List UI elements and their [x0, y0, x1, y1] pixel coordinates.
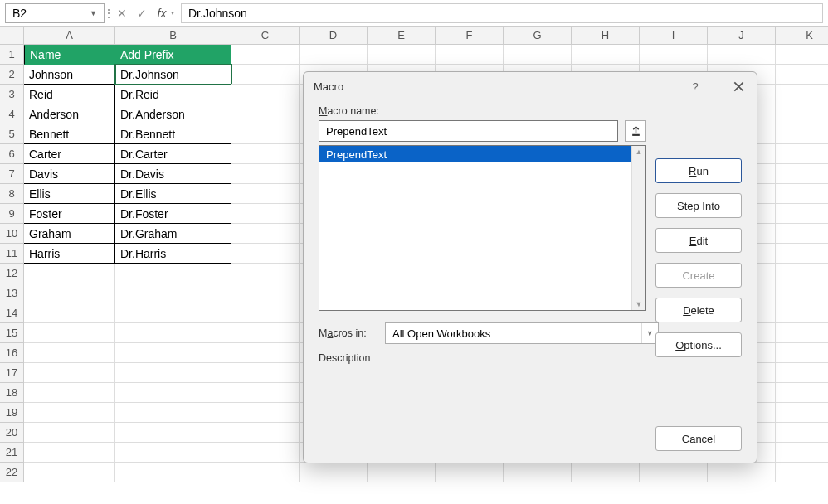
cell[interactable]	[776, 124, 828, 144]
cell[interactable]	[115, 443, 231, 463]
cell[interactable]	[231, 363, 300, 383]
row-header[interactable]: 7	[0, 164, 24, 184]
cell[interactable]	[776, 443, 828, 463]
row-header[interactable]: 2	[0, 65, 24, 85]
cell[interactable]: Dr.Johnson	[115, 65, 231, 85]
cell[interactable]	[231, 284, 300, 303]
help-icon[interactable]: ?	[687, 78, 704, 94]
cell[interactable]	[640, 463, 708, 482]
cell[interactable]	[24, 423, 115, 443]
cell[interactable]	[115, 323, 231, 343]
cell[interactable]	[231, 264, 300, 284]
cell[interactable]: Johnson	[24, 65, 115, 85]
cell[interactable]	[115, 463, 231, 482]
row-header[interactable]: 9	[0, 204, 24, 224]
cell[interactable]	[368, 463, 436, 482]
cell[interactable]	[776, 104, 828, 124]
column-header[interactable]: E	[368, 27, 436, 45]
cell[interactable]	[776, 323, 828, 343]
cell[interactable]	[640, 45, 708, 65]
cell[interactable]	[436, 45, 504, 65]
cell[interactable]: Dr.Foster	[115, 204, 231, 224]
cell[interactable]	[231, 164, 300, 184]
row-header[interactable]: 17	[0, 363, 24, 383]
cell[interactable]	[231, 323, 300, 343]
row-header[interactable]: 19	[0, 403, 24, 423]
row-header[interactable]: 3	[0, 85, 24, 104]
cell[interactable]	[776, 244, 828, 264]
column-header[interactable]: G	[504, 27, 572, 45]
cell[interactable]: Graham	[24, 224, 115, 244]
insert-function-button[interactable]: fx	[153, 4, 171, 22]
step-into-button[interactable]: Step Into	[655, 193, 742, 218]
cell[interactable]	[231, 463, 300, 482]
column-header[interactable]: B	[115, 27, 231, 45]
cell[interactable]: Dr.Anderson	[115, 104, 231, 124]
cell[interactable]	[231, 403, 300, 423]
cell[interactable]: Reid	[24, 85, 115, 104]
cell[interactable]	[776, 184, 828, 204]
row-header[interactable]: 14	[0, 303, 24, 323]
row-header[interactable]: 12	[0, 264, 24, 284]
cell[interactable]	[504, 463, 572, 482]
cell[interactable]	[572, 463, 640, 482]
cell[interactable]: Dr.Reid	[115, 85, 231, 104]
cell[interactable]	[24, 463, 115, 482]
cell[interactable]: Add Prefix	[115, 45, 231, 65]
cell[interactable]	[776, 144, 828, 164]
edit-button[interactable]: Edit	[655, 228, 742, 253]
cell[interactable]	[708, 463, 776, 482]
row-header[interactable]: 8	[0, 184, 24, 204]
column-header[interactable]: D	[300, 27, 368, 45]
row-header[interactable]: 10	[0, 224, 24, 244]
cell[interactable]	[776, 284, 828, 303]
column-header[interactable]: K	[776, 27, 828, 45]
cell[interactable]	[776, 423, 828, 443]
cell[interactable]	[231, 224, 300, 244]
cell[interactable]	[776, 45, 828, 65]
cell[interactable]	[231, 303, 300, 323]
cell[interactable]: Foster	[24, 204, 115, 224]
cell[interactable]	[231, 383, 300, 403]
scroll-up-icon[interactable]: ▲	[636, 148, 643, 156]
cell[interactable]	[504, 45, 572, 65]
cell[interactable]	[115, 363, 231, 383]
cell[interactable]: Bennett	[24, 124, 115, 144]
cell[interactable]	[776, 65, 828, 85]
cell[interactable]	[231, 343, 300, 363]
delete-button[interactable]: Delete	[655, 298, 742, 322]
cell[interactable]	[115, 383, 231, 403]
options-button[interactable]: Options...	[655, 332, 742, 357]
cell[interactable]	[776, 343, 828, 363]
cell[interactable]	[115, 284, 231, 303]
column-header[interactable]: H	[572, 27, 640, 45]
row-header[interactable]: 22	[0, 463, 24, 482]
row-header[interactable]: 20	[0, 423, 24, 443]
cell[interactable]	[776, 85, 828, 104]
cell[interactable]	[231, 144, 300, 164]
column-header[interactable]: A	[24, 27, 115, 45]
cell[interactable]	[776, 383, 828, 403]
list-item[interactable]: PrependText	[319, 146, 645, 162]
cell[interactable]: Dr.Graham	[115, 224, 231, 244]
cell[interactable]	[115, 423, 231, 443]
cancel-button[interactable]: Cancel	[655, 426, 742, 451]
cell[interactable]	[300, 45, 368, 65]
cell[interactable]: Dr.Carter	[115, 144, 231, 164]
select-all-corner[interactable]	[0, 27, 24, 45]
row-header[interactable]: 1	[0, 45, 24, 65]
macros-in-combobox[interactable]: All Open Workbooks ∨	[385, 322, 659, 344]
cell[interactable]	[24, 323, 115, 343]
cell[interactable]	[24, 264, 115, 284]
cell[interactable]	[24, 284, 115, 303]
reference-picker-icon[interactable]	[625, 120, 646, 142]
cell[interactable]: Dr.Davis	[115, 164, 231, 184]
row-header[interactable]: 11	[0, 244, 24, 264]
cell[interactable]	[776, 463, 828, 482]
cell[interactable]	[115, 403, 231, 423]
cell[interactable]	[368, 45, 436, 65]
cell[interactable]	[24, 383, 115, 403]
cell[interactable]: Carter	[24, 144, 115, 164]
row-header[interactable]: 21	[0, 443, 24, 463]
cell[interactable]	[776, 403, 828, 423]
